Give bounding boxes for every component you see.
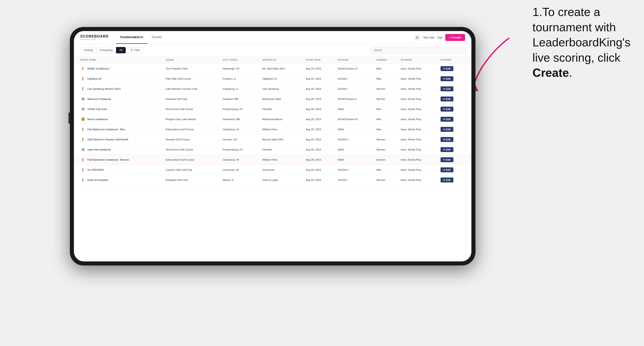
col-start-date: START DATE [303,56,335,64]
edit-button[interactable]: ✏ Edit [440,167,453,172]
cell-venue: Edmundson Golf Course [163,155,220,165]
create-button[interactable]: + Create [445,34,465,41]
cell-hosted-by: William Penn [260,124,303,135]
cell-start-date: Aug 28, 2023 [303,165,335,175]
cell-venue: Edmundson Golf Course [163,124,220,135]
filter-btn-group: Hosting Competing All [80,47,126,53]
col-division: DIVISION [335,56,374,64]
cell-gender: Men [374,64,398,74]
cell-hosted-by: John A Logan [260,175,303,185]
tablet-side-button [68,113,70,124]
table-row: 🏌 Carl Sandburg Women FA23 Lake Bracken … [74,84,472,94]
cell-venue: Hesston Golf Course [163,135,220,145]
event-icon: 🏌 [80,76,86,81]
edit-label: Edit [446,138,451,141]
edit-label: Edit [446,77,451,80]
pencil-icon: ✏ [443,138,445,141]
cell-venue: StoneCrest Golf Course [163,145,220,155]
edit-button[interactable]: ✏ Edit [440,97,453,101]
table-header: EVENT NAME VENUE CITY, STATE HOSTED BY S… [74,56,472,64]
cell-division: NAIA [335,155,374,165]
logo-title: SCOREBOARD [80,35,108,38]
event-name-text: UPIKE Fall Invite [88,108,107,110]
event-name-text: upike fall invitational [88,148,111,151]
cell-gender: Women [374,94,398,104]
event-icon: 🐺 [80,106,86,112]
cell-venue: StoneCrest Golf Course [163,104,220,114]
cell-gender: Women [374,175,398,185]
edit-button[interactable]: ✏ Edit [440,137,453,142]
all-filter-button[interactable]: All [116,47,126,53]
hosting-filter-button[interactable]: Hosting [80,47,96,53]
col-gender: GENDER [374,56,398,64]
pencil-icon: ✏ [443,169,445,171]
instruction-punctuation: . [569,66,572,79]
event-icon: 🦁 [80,117,86,122]
pencil-icon: ✏ [443,128,445,131]
event-icon: 🏌 [80,66,86,71]
event-name-text: Highland 36 [88,77,101,80]
cell-hosted-by: Highland CC [260,74,303,84]
tab-tournaments[interactable]: TOURNAMENTS [116,31,147,44]
instruction-line2: tournament with [532,21,616,34]
pencil-icon: ✏ [443,179,445,181]
edit-button[interactable]: ✏ Edit [440,147,453,152]
cell-division: NAIA [335,124,374,135]
edit-label: Edit [446,148,451,151]
pencil-icon: ✏ [443,67,445,70]
tab-teams[interactable]: TEAMS [147,31,166,44]
tablet-screen: SCOREBOARD Powered by clippr TOURNAMENTS… [74,31,472,261]
competing-filter-button[interactable]: Competing [96,47,116,53]
toolbar: Hosting Competing All ☰ Filter [74,44,472,56]
cell-city-state: Oskaloosa, IA [220,124,260,135]
cell-gender: Men [374,104,398,114]
logo-area: SCOREBOARD Powered by clippr [80,35,108,40]
edit-button[interactable]: ✏ Edit [440,86,453,91]
cell-actions: ✏ Edit [438,124,472,135]
table-row: 🏌 VU PREVIEW Cypress Hills Golf Club Vin… [74,165,472,175]
cell-start-date: Aug 28, 2023 [303,135,335,145]
edit-label: Edit [446,169,451,171]
event-icon: 🐺 [80,96,86,102]
cell-scoring: team, Stroke Play [398,84,438,94]
cell-gender: Women [374,135,398,145]
cell-city-state: Deerwood, MN [220,114,260,124]
event-icon: 🏌 [80,167,86,173]
cell-scoring: team, Stroke Play [398,175,438,185]
event-name-text: VU PREVIEW [88,169,104,171]
cell-scoring: team, Stroke Play [398,114,438,124]
cell-hosted-by: Vincennes [260,165,303,175]
cell-scoring: team, Stroke Play [398,104,438,114]
edit-label: Edit [446,98,451,100]
edit-button[interactable]: ✏ Edit [440,117,453,122]
filter-icon-button[interactable]: ☰ Filter [128,47,143,53]
search-input[interactable] [370,47,465,53]
cell-scoring: team, Stroke Play [398,135,438,145]
edit-button[interactable]: ✏ Edit [440,76,453,81]
sign-label: Sign [437,36,442,39]
table-row: 🏌 2023 Women's Hesston Fall Kickoff Hess… [74,135,472,145]
cell-city-state: Faribault, MN [220,94,260,104]
edit-button[interactable]: ✏ Edit [440,177,453,182]
edit-button[interactable]: ✏ Edit [440,66,453,71]
cell-hosted-by: William Penn [260,155,303,165]
cell-actions: ✏ Edit [438,94,472,104]
edit-label: Edit [446,118,451,121]
cell-event-name: 🏌 2023 Women's Hesston Fall Kickoff [74,135,163,145]
event-name-text: Fall Statesmen Invitational - Women [88,158,129,161]
nav-tabs: TOURNAMENTS TEAMS [116,31,166,44]
cell-event-name: 🏌 Fall Statesmen Invitational - Women [74,155,163,165]
edit-label: Edit [446,108,451,110]
edit-button[interactable]: ✏ Edit [440,127,453,132]
gear-icon[interactable]: ⚙ [414,34,420,41]
cell-start-date: Aug 28, 2023 [303,104,335,114]
edit-button[interactable]: ✏ Edit [440,107,453,112]
instruction-line3: LeaderboardKing's [532,36,630,49]
app-header: SCOREBOARD Powered by clippr TOURNAMENTS… [74,31,472,44]
cell-start-date: Aug 28, 2023 [303,175,335,185]
edit-button[interactable]: ✏ Edit [440,157,453,162]
cell-start-date: Aug 24, 2023 [303,64,335,74]
logo-subtitle: Powered by clippr [80,38,108,40]
cell-hosted-by: Pikeville [260,104,303,114]
table-row: 🐺 Maverick Invitational Faribault Golf C… [74,94,472,104]
